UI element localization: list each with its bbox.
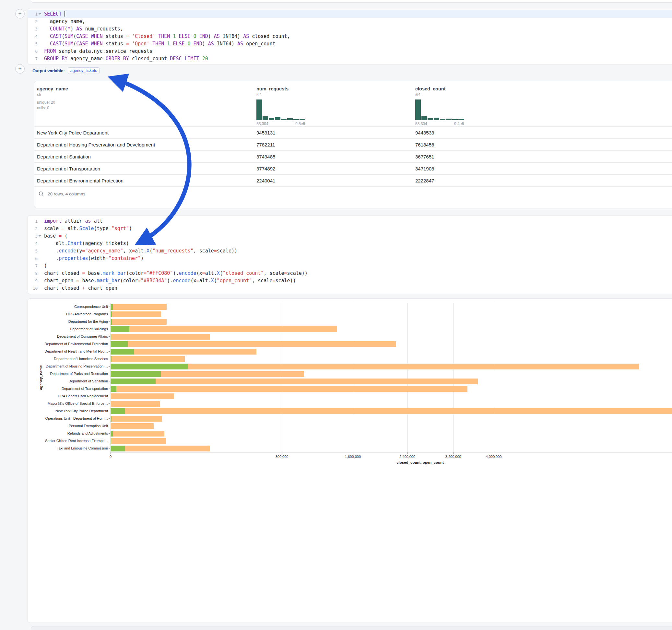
code-token (191, 41, 194, 47)
code-line[interactable]: 8chart_closed = base.mark_bar(color="#FF… (28, 270, 672, 277)
x-axis-tick (282, 453, 282, 454)
x-axis-title: closed_count, open_count (111, 461, 672, 464)
code-token (88, 41, 91, 47)
table-cell: 7782211 (257, 142, 415, 147)
collapse-chevron-icon[interactable] (38, 235, 42, 237)
line-number: 5 (29, 40, 38, 48)
table-cell: 9453131 (257, 130, 415, 136)
y-axis-tick-label: Taxi and Limousine Commission (28, 445, 108, 452)
code-token: 1 (167, 41, 170, 47)
add-cell-button[interactable]: + (15, 64, 25, 74)
bar-open-count (111, 445, 125, 452)
code-line[interactable]: 6 .properties(width="container") (28, 255, 672, 262)
code-line[interactable]: 1SELECT (28, 10, 672, 18)
gridline (407, 303, 408, 452)
bar-closed-count (111, 438, 166, 444)
code-line[interactable]: 6FROM sample_data.nyc.service_requests (28, 48, 672, 55)
column-header: num_requestsi6453,3049.5e6 (257, 86, 415, 126)
table-footer: 20 rows, 4 columns (34, 186, 672, 201)
code-token: agency_name, (44, 19, 85, 24)
code-token: FROM (44, 48, 56, 54)
sql-code-cell[interactable]: 1SELECT 2 agency_name,3 COUNT(*) AS num_… (28, 8, 672, 65)
code-token: "closed_count" (223, 270, 264, 276)
code-token: properties (59, 256, 88, 261)
bar-open-count (111, 326, 129, 332)
code-token: = (106, 256, 109, 261)
bar-open-count (111, 311, 112, 317)
table-cell: 2240041 (257, 178, 415, 184)
y-axis-tick (109, 344, 110, 344)
table-row: Department of Transportation377489234719… (34, 162, 672, 174)
column-stats: unique: 20nulls: 0 (37, 100, 257, 111)
bar-open-count (111, 379, 155, 384)
table-cell: Department of Environmental Protection (37, 178, 257, 184)
code-line[interactable]: 1import altair as alt (28, 217, 672, 225)
y-axis-tick (109, 351, 110, 352)
code-token: status (103, 41, 126, 47)
code-token: , scale (252, 278, 272, 284)
histogram-bar (263, 116, 268, 120)
code-token (155, 33, 158, 39)
code-token: encode (173, 278, 190, 284)
bar-closed-count (111, 416, 162, 421)
output-variable-chip[interactable]: agency_tickets (68, 67, 100, 74)
code-token: chart_open (44, 278, 76, 284)
y-axis-tick (109, 374, 110, 374)
code-line[interactable]: 3 COUNT(*) AS num_requests, (28, 25, 672, 33)
code-token (129, 33, 132, 39)
code-line[interactable]: 5 .encode(y="agency_name", x=alt.X("num_… (28, 247, 672, 255)
y-axis-tick (109, 411, 110, 411)
code-line[interactable]: 9chart_open = base.mark_bar(color="#8BC3… (28, 277, 672, 285)
code-line[interactable]: 7GROUP BY agency_name ORDER BY closed_co… (28, 55, 672, 63)
gridline (453, 303, 454, 452)
bar-closed-count (111, 408, 672, 414)
code-token: encode (178, 270, 196, 276)
code-token: scale)) (287, 270, 308, 276)
line-number: 3 (29, 25, 38, 33)
collapse-chevron-icon[interactable] (38, 13, 42, 15)
table-row-count: 20 rows, 4 columns (48, 192, 85, 196)
y-axis-title: agency_name (39, 365, 43, 390)
line-number: 1 (29, 10, 38, 18)
code-token: , scale (194, 248, 214, 254)
code-text: FROM sample_data.nyc.service_requests (42, 48, 152, 55)
y-axis-tick (109, 366, 110, 366)
y-axis-tick-label: Department of Buildings (28, 325, 108, 333)
code-line[interactable]: 2 agency_name, (28, 18, 672, 25)
bar-open-count (111, 371, 161, 377)
code-text: COUNT(*) AS num_requests, (42, 25, 123, 33)
add-cell-button[interactable]: + (15, 9, 25, 19)
histogram-range: 53,3049.4e6 (415, 122, 464, 126)
python-code-cell[interactable]: 1import altair as alt2scale = alt.Scale(… (28, 215, 672, 294)
gridline (111, 303, 111, 452)
bar-closed-count (111, 386, 467, 392)
code-token: * (67, 26, 70, 32)
code-line[interactable]: 10chart_closed + chart_open (28, 285, 672, 292)
code-line[interactable]: 7) (28, 262, 672, 270)
code-token: ) (141, 256, 144, 261)
code-token: ) (70, 26, 76, 32)
code-token: as (85, 218, 91, 224)
code-token: CAST (50, 33, 62, 39)
y-axis-tick (109, 389, 110, 389)
code-token: CASE (76, 33, 88, 39)
histogram-bar (415, 99, 421, 120)
code-token: = (284, 270, 287, 276)
x-axis-tick (494, 453, 494, 454)
search-icon[interactable] (39, 191, 44, 197)
y-axis-tick (109, 336, 110, 337)
line-number-gutter: 3 (28, 25, 42, 33)
code-line[interactable]: 4 alt.Chart(agency_tickets) (28, 240, 672, 247)
code-token: ( (220, 270, 223, 276)
code-line[interactable]: 4 CAST(SUM(CASE WHEN status = 'Closed' T… (28, 33, 672, 40)
code-line[interactable]: 2scale = alt.Scale(type="sqrt") (28, 225, 672, 232)
code-line[interactable]: 3base = ( (28, 232, 672, 240)
line-number-gutter: 9 (28, 277, 42, 285)
line-number-gutter: 1 (28, 217, 42, 225)
code-token (199, 56, 202, 62)
bar-open-count (111, 416, 112, 421)
code-line[interactable]: 5 CAST(SUM(CASE WHEN status = 'Open' THE… (28, 40, 672, 48)
code-token (196, 33, 199, 39)
line-number: 7 (29, 55, 38, 63)
y-axis-tick (109, 307, 110, 307)
